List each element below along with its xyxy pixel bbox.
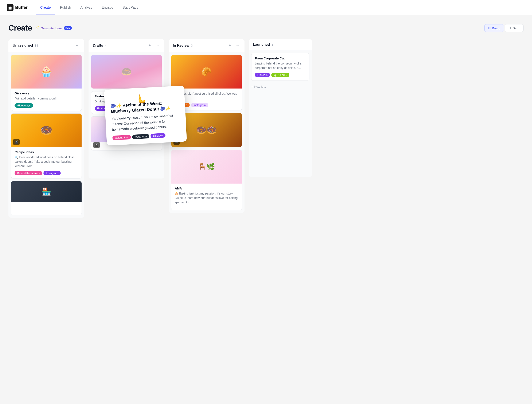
launched-title: Launched [253,43,270,47]
corporate-text: Leaving behind the cor security of a cor… [255,61,306,70]
card-ama[interactable]: 🪑🌿 AMA 🎂 Baking isn't just my passion, i… [171,150,242,210]
launched-title-group: Launched 1 [253,43,273,47]
in-review-column-header: In Review 3 + ··· [169,39,245,52]
tag-giveaways[interactable]: Giveaways [14,103,33,108]
blueberry-image-bg: 🍩 [91,55,162,88]
drafts-title-group: Drafts 4 [93,44,107,48]
plus-icon-launched: + [251,85,253,88]
launched-column-header: Launched 1 [249,39,312,50]
video-icon: 🎬 [13,139,20,145]
in-review-count: 3 [191,44,193,47]
card-giveaway[interactable]: 🧁 Giveaway [Will add details—coming soon… [11,55,82,111]
storefront-image: 🏪 [11,181,82,215]
giveaway-tags: Giveaways [14,103,78,108]
nav-item-engage[interactable]: Engage [97,0,117,15]
corporate-tags: Linkedin Q+A and... [255,73,306,77]
in-review-title-group: In Review 3 [173,44,193,48]
drafts-count: 4 [105,44,107,47]
new-item-button-launched[interactable]: + New Io... [251,83,310,90]
gallery-view-button[interactable]: ⊟ Gal... [505,24,524,32]
giveaway-title: Giveaway [14,91,78,95]
ama-title: AMA [175,187,238,190]
gallery-icon: ⊟ [508,26,511,30]
drafts-actions: + ··· [147,43,160,49]
tag-instagram[interactable]: Instagram [44,171,61,175]
unassigned-count: 14 [35,44,38,47]
in-review-more-button[interactable]: ··· [234,43,240,49]
drafts-title: Drafts [93,44,103,48]
gallery-label: Gal... [512,26,520,30]
view-toggle: ⊞ Board ⊟ Gal... [484,24,524,32]
recipe-ideas-image: 🍩 🎬 [11,114,82,147]
tag-linkedin[interactable]: Linkedin [255,73,270,77]
bun-image: 🥐 [171,55,242,88]
ama-card-body: AMA 🎂 Baking isn't just my passion, it's… [171,183,242,210]
logo[interactable]: Buffer [7,4,28,11]
donut-image-bg: 🍩 [11,114,82,147]
ama-image: 🪑🌿 [171,150,242,183]
board-icon: ⊞ [488,26,491,30]
floating-drag-card: 🫷 🫐✨ Recipe of the Week: Blueberry Glaze… [104,86,187,145]
nav-item-create[interactable]: Create [36,0,55,15]
recipe-ideas-tags: Behind the scenes Instagram [14,171,78,175]
board-view-button[interactable]: ⊞ Board [484,24,504,32]
pink-donut-video-icon: 🎬 [93,142,100,148]
tag-baking-tips[interactable]: Baking tips [112,135,131,140]
nav-item-analyze[interactable]: Analyze [76,0,96,15]
ama-text: 🎂 Baking isn't just my passion, it's our… [175,191,238,205]
floating-card-text: It's blueberry season, you know what tha… [111,113,180,133]
giveaway-card-body: Giveaway [Will add details—coming soon!]… [11,88,82,111]
floating-card-tags: Baking tips Instagram Recipes [112,132,181,140]
storefront-image-bg: 🏪 [11,181,82,202]
giveaway-text: [Will add details—coming soon!] [14,96,78,101]
in-review-title: In Review [173,44,189,48]
drafts-add-button[interactable]: + [147,43,153,49]
tag-recipes-purple[interactable]: Recipes [151,133,166,138]
giveaway-image: 🧁 [11,55,82,88]
main-nav: Create Publish Analyze Engage Start Page [36,0,143,15]
page-title: Create [8,24,32,32]
generate-ideas-button[interactable]: 🪄 Generate Ideas Beta [35,26,72,30]
header: Buffer Create Publish Analyze Engage Sta… [0,0,532,15]
beta-badge: Beta [64,26,72,30]
launched-column-body: From Corporate Cu... Leaving behind the … [249,50,312,177]
unassigned-title: Unassigned [13,44,33,48]
card-corporate[interactable]: From Corporate Cu... Leaving behind the … [251,53,310,81]
page-header-row: Create 🪄 Generate Ideas Beta ⊞ Board ⊟ G… [8,24,524,32]
buffer-logo-icon [7,4,13,11]
column-unassigned: Unassigned 14 + 🧁 Giveaway [8,39,84,218]
tag-qa[interactable]: Q+A and... [271,73,289,77]
in-review-actions: + ··· [227,43,240,49]
drafts-more-button[interactable]: ··· [154,43,160,49]
drafts-column-header: Drafts 4 + ··· [89,39,165,52]
new-item-label: New Io... [254,85,266,88]
in-review-add-button[interactable]: + [227,43,233,49]
tag-instagram-dark[interactable]: Instagram [132,134,149,139]
room-image-bg: 🪑🌿 [171,150,242,183]
launched-count: 1 [272,43,273,46]
recipe-ideas-text: 🔍 Ever wondered what goes on behind clos… [14,155,78,168]
unassigned-add-button[interactable]: + [74,43,80,49]
column-launched: Launched 1 From Corporate Cu... Leaving … [249,39,312,218]
corporate-title: From Corporate Cu... [255,57,306,60]
corporate-card-body: From Corporate Cu... Leaving behind the … [252,53,309,81]
page-title-group: Create 🪄 Generate Ideas Beta [8,24,72,32]
logo-text: Buffer [15,5,28,10]
unassigned-column-body: 🧁 Giveaway [Will add details—coming soon… [8,52,84,218]
board-wrapper: 🫷 🫐✨ Recipe of the Week: Blueberry Glaze… [8,39,524,222]
bun-image-bg: 🥐 [171,55,242,88]
nav-item-publish[interactable]: Publish [56,0,75,15]
blueberry-image: 🍩 [91,55,162,88]
card-blueberry-donut[interactable]: 🍩 [91,55,162,89]
recipe-ideas-card-body: Recipe ideas 🔍 Ever wondered what goes o… [11,147,82,178]
generate-ideas-label: Generate Ideas [41,26,62,30]
board: Unassigned 14 + 🧁 Giveaway [8,39,524,222]
board-label: Board [492,26,500,30]
nav-item-start-page[interactable]: Start Page [118,0,143,15]
recipe-ideas-title: Recipe ideas [14,150,78,154]
unassigned-actions: + [74,43,80,49]
card-storefront[interactable]: 🏪 [11,181,82,215]
card-recipe-ideas[interactable]: 🍩 🎬 Recipe ideas 🔍 Ever wondered what go… [11,113,82,178]
tag-behind-scenes[interactable]: Behind the scenes [14,171,42,175]
tag-instagram-gray[interactable]: Instagram [191,103,208,107]
